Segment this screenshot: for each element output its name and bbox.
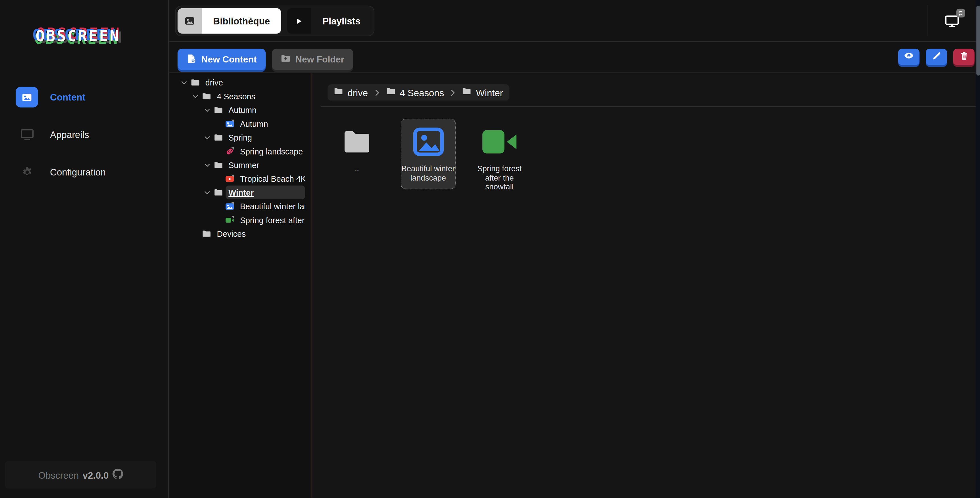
folder-icon [213,133,223,142]
tree-item[interactable]: drive [169,76,310,89]
tree-item-label: drive [205,78,223,87]
tab-label: Playlists [311,8,372,34]
tree-item-label: Summer [228,161,259,170]
tab-playlists[interactable]: Playlists [287,8,372,34]
file-plus-icon [186,53,196,65]
breadcrumb-item[interactable]: drive [334,87,368,98]
tree-item-label: 4 Seasons [217,92,255,101]
tree-item[interactable]: Autumn [169,103,310,117]
monitor-icon [16,124,38,145]
chevron-right-icon [449,88,457,97]
folder-icon [462,87,471,98]
chevron-right-icon [373,88,381,97]
tree-item-label: Spring landscape from sh [240,147,305,156]
tree-item[interactable]: Autumn [169,117,310,130]
video-icon [225,215,234,225]
tab-label: Bibliothèque [202,8,281,34]
tree-item-label: Spring [228,133,252,143]
folder-icon [202,91,212,101]
app-window: OBSCREEN ContentAppareilsConfiguration O… [0,0,980,498]
video-icon [480,124,519,159]
tree-item-labelwrap: Beautiful winter landscape [237,199,305,213]
tree-item[interactable]: 4 Seasons [169,89,310,103]
pencil-icon [932,51,941,63]
new-content-label: New Content [201,54,257,64]
breadcrumb-item[interactable]: Winter [462,87,503,98]
folder-plus-icon [280,53,290,65]
folder-icon [213,160,223,170]
tree-item-label: Autumn [240,119,268,128]
tree-item[interactable]: Winter [169,186,310,199]
version-footer[interactable]: Obscreen v2.0.0 [5,461,156,488]
folder-icon [334,87,343,98]
youtube-icon [225,174,234,183]
content-area: drive4 SeasonsAutumnAutumnSpringSpring l… [169,73,980,498]
play-icon [287,8,311,34]
sidebar-menu: ContentAppareilsConfiguration [0,87,168,199]
trash-button[interactable] [953,49,975,65]
app-version: v2.0.0 [83,469,109,480]
new-folder-button[interactable]: New Folder [272,49,353,70]
chevron-down-icon[interactable] [180,79,190,86]
chevron-down-icon[interactable] [204,134,213,141]
tree-item[interactable]: Tropical Beach 4K Relaxa [169,172,310,186]
tree-item-label: Tropical Beach 4K Relaxa [240,174,305,184]
tree-item-labelwrap: Winter [225,186,305,199]
main-region: BibliothèquePlaylists New Content New Fo… [169,0,980,498]
tree-item-labelwrap: Summer [225,158,305,172]
app-logo: OBSCREEN [35,27,120,45]
page-scrollbar [976,0,980,498]
parent-folder-tile[interactable]: .. [329,119,385,180]
breadcrumb-item[interactable]: 4 Seasons [386,87,444,98]
pencil-button[interactable] [926,49,947,65]
tree-item-labelwrap: 4 Seasons [214,89,305,103]
eye-button[interactable] [898,49,920,65]
file-tile[interactable]: Spring forest after the snowfall [472,119,527,198]
github-icon[interactable] [113,468,123,481]
folder-tree: drive4 SeasonsAutumnAutumnSpringSpring l… [169,73,312,498]
tree-item-label: Devices [217,229,246,239]
chevron-down-icon[interactable] [204,162,213,168]
folder-icon [339,124,374,159]
tree-item-label: Autumn [228,106,256,115]
tree-item[interactable]: Beautiful winter landscape [169,199,310,213]
tab-bibliothèque[interactable]: Bibliothèque [178,8,281,34]
image-icon [16,87,38,108]
sidebar-item-content[interactable]: Content [0,87,168,108]
tree-item[interactable]: Devices [169,227,310,241]
trash-icon [959,51,969,63]
item-actions [898,49,974,65]
tree-item-labelwrap: Spring forest after the snowfall [237,213,305,227]
tree-item-labelwrap: Tropical Beach 4K Relaxa [237,172,305,186]
image-icon [225,119,234,128]
view-tabs: BibliothèquePlaylists [175,6,374,36]
image-icon [225,201,234,211]
new-content-button[interactable]: New Content [178,49,265,70]
tree-item[interactable]: Spring [169,131,310,144]
tree-item-labelwrap: Spring [225,131,305,144]
tree-item[interactable]: Summer [169,158,310,172]
chevron-down-icon[interactable] [204,189,213,196]
tree-item-label: Winter [228,188,254,197]
sidebar-item-configuration[interactable]: Configuration [0,162,168,182]
file-tile[interactable]: Beautiful winter landscape [401,119,456,189]
breadcrumb-label: 4 Seasons [400,87,444,98]
breadcrumb-label: drive [347,87,368,98]
chevron-down-icon[interactable] [192,93,202,100]
toolbar: New Content New Folder [169,42,980,73]
monitor-icon [945,19,959,29]
file-tile-label: Spring forest after the snowfall [473,164,527,192]
scrollbar-thumb[interactable] [976,6,980,76]
file-browser: drive4 SeasonsWinter ..Beautiful winter … [312,73,980,498]
sidebar-item-appareils[interactable]: Appareils [0,124,168,145]
tree-item-label: Beautiful winter landscape [240,202,305,211]
gear-icon [16,162,38,182]
chevron-down-icon[interactable] [204,106,213,113]
tree-item[interactable]: Spring landscape from sh [169,144,310,158]
eye-icon [904,51,914,63]
tree-item-labelwrap: Devices [214,227,305,241]
tree-item[interactable]: Spring forest after the snowfall [169,213,310,227]
sidebar-item-label: Configuration [50,167,106,178]
topbar: BibliothèquePlaylists [169,0,980,42]
screen-status-button[interactable] [945,15,959,27]
